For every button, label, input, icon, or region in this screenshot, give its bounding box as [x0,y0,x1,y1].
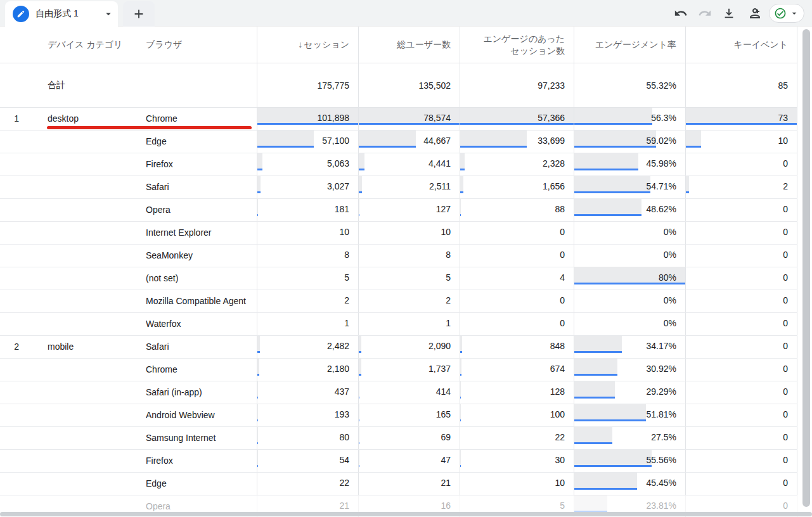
users-cell[interactable]: 4,441 [358,153,460,176]
row-number[interactable] [0,359,38,381]
browser-cell[interactable]: Edge [146,473,257,495]
device-category-cell[interactable] [38,131,146,153]
sessions-cell[interactable]: 437 [257,381,358,404]
browser-cell[interactable]: Opera [146,199,257,221]
column-header-browser[interactable]: ブラウザ [146,27,257,63]
key-events-cell[interactable]: 73 [685,108,797,130]
browser-cell[interactable]: Samsung Internet [146,427,257,449]
row-number[interactable] [0,473,38,495]
sessions-cell[interactable]: 2 [257,290,358,312]
key-events-cell[interactable]: 0 [685,336,797,358]
device-category-cell[interactable] [38,359,146,381]
browser-cell[interactable]: Mozilla Compatible Agent [146,290,257,312]
column-header-engagement-rate[interactable]: エンゲージメント率 [574,27,685,63]
engaged-cell[interactable]: 0 [460,222,574,244]
share-button[interactable] [745,5,761,22]
chevron-down-icon[interactable] [103,8,114,20]
engaged-cell[interactable]: 4 [460,267,574,290]
device-category-cell[interactable] [38,450,146,472]
column-header-total-users[interactable]: 総ユーザー数 [358,27,460,63]
engaged-cell[interactable]: 0 [460,313,574,335]
sessions-cell[interactable]: 22 [257,473,358,495]
browser-cell[interactable]: Firefox [146,450,257,472]
users-cell[interactable]: 5 [358,267,460,290]
sessions-cell[interactable]: 193 [257,404,358,426]
add-tab-button[interactable] [123,1,155,27]
engaged-cell[interactable]: 0 [460,245,574,267]
rate-cell[interactable]: 27.5% [574,427,685,449]
row-number[interactable] [0,131,38,153]
horizontal-scrollbar[interactable] [0,512,812,516]
sessions-cell[interactable]: 1 [257,313,358,335]
engaged-cell[interactable]: 88 [460,199,574,221]
column-header-engaged-sessions[interactable]: エンゲージのあった セッション数 [460,27,574,63]
browser-cell[interactable]: Edge [146,131,257,153]
row-number[interactable] [0,404,38,426]
device-category-cell[interactable] [38,427,146,449]
users-cell[interactable]: 2 [358,290,460,312]
rate-cell[interactable]: 0% [574,290,685,312]
engaged-cell[interactable]: 33,699 [460,131,574,153]
sessions-cell[interactable]: 101,898 [257,108,358,130]
column-header-device-category[interactable]: デバイス カテゴリ [38,27,146,63]
device-category-cell[interactable] [38,153,146,176]
key-events-cell[interactable]: 10 [685,131,797,153]
device-category-cell[interactable] [38,176,146,198]
undo-button[interactable] [673,5,689,22]
engaged-cell[interactable]: 1,656 [460,176,574,198]
row-number[interactable]: 1 [0,108,38,130]
export-button[interactable] [721,5,737,22]
key-events-cell[interactable]: 0 [685,473,797,495]
engaged-cell[interactable]: 848 [460,336,574,358]
engaged-cell[interactable]: 0 [460,290,574,312]
row-number[interactable] [0,176,38,198]
rate-cell[interactable]: 59.02% [574,131,685,153]
row-number[interactable] [0,290,38,312]
browser-cell[interactable]: Safari [146,176,257,198]
browser-cell[interactable]: Safari (in-app) [146,381,257,404]
key-events-cell[interactable]: 0 [685,199,797,221]
users-cell[interactable]: 165 [358,404,460,426]
sessions-cell[interactable]: 2,180 [257,359,358,381]
rate-cell[interactable]: 48.62% [574,199,685,221]
engaged-cell[interactable]: 22 [460,427,574,449]
device-category-cell[interactable] [38,199,146,221]
key-events-cell[interactable]: 0 [685,381,797,404]
users-cell[interactable]: 2,090 [358,336,460,358]
tab-free-form[interactable]: 自由形式 1 [5,1,118,27]
rate-cell[interactable]: 45.98% [574,153,685,176]
rate-cell[interactable]: 55.56% [574,450,685,472]
key-events-cell[interactable]: 0 [685,427,797,449]
users-cell[interactable]: 21 [358,473,460,495]
browser-cell[interactable]: (not set) [146,267,257,290]
engaged-cell[interactable]: 674 [460,359,574,381]
key-events-cell[interactable]: 0 [685,313,797,335]
column-header-sessions[interactable]: ↓セッション [257,27,358,63]
key-events-cell[interactable]: 0 [685,290,797,312]
key-events-cell[interactable]: 0 [685,267,797,290]
row-number[interactable] [0,450,38,472]
key-events-cell[interactable]: 2 [685,176,797,198]
engaged-cell[interactable]: 2,328 [460,153,574,176]
row-number[interactable] [0,245,38,267]
browser-cell[interactable]: Firefox [146,153,257,176]
browser-cell[interactable]: Chrome [146,359,257,381]
key-events-cell[interactable]: 0 [685,450,797,472]
rate-cell[interactable]: 54.71% [574,176,685,198]
sessions-cell[interactable]: 5,063 [257,153,358,176]
engaged-cell[interactable]: 100 [460,404,574,426]
users-cell[interactable]: 10 [358,222,460,244]
rate-cell[interactable]: 80% [574,267,685,290]
browser-cell[interactable]: Waterfox [146,313,257,335]
row-number[interactable] [0,199,38,221]
rate-cell[interactable]: 0% [574,313,685,335]
key-events-cell[interactable]: 0 [685,245,797,267]
browser-cell[interactable]: Internet Explorer [146,222,257,244]
users-cell[interactable]: 69 [358,427,460,449]
sessions-cell[interactable]: 57,100 [257,131,358,153]
device-category-cell[interactable] [38,473,146,495]
device-category-cell[interactable] [38,222,146,244]
users-cell[interactable]: 47 [358,450,460,472]
key-events-cell[interactable]: 0 [685,359,797,381]
row-number[interactable] [0,222,38,244]
